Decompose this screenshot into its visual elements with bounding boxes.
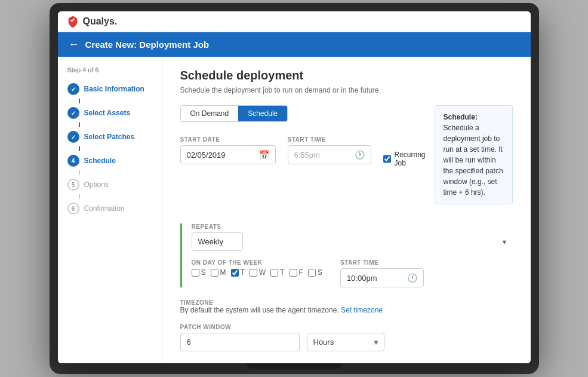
step-circle-5: 5 [67, 179, 79, 191]
day-label-t1: T [241, 268, 245, 277]
start-date-value: 02/05/2019 [187, 151, 255, 160]
start-time2-field[interactable]: 10:00pm 🕐 [340, 268, 424, 287]
start-time-placeholder: 6:55pm [294, 151, 351, 160]
toggle-group: On Demand Schedule [180, 105, 288, 122]
qualys-shield-icon [66, 15, 79, 28]
day-check-m[interactable]: M [211, 268, 226, 277]
day-checkbox-s2[interactable] [308, 269, 316, 277]
start-date-label: START DATE [180, 136, 276, 143]
day-label-f: F [299, 268, 303, 277]
sidebar-item-label-6: Confirmation [84, 204, 125, 213]
patch-window-label: PATCH WINDOW [180, 324, 513, 330]
clock-icon-2: 🕐 [407, 273, 417, 283]
day-checkbox-w[interactable] [250, 269, 257, 277]
day-label-s1: S [201, 268, 206, 277]
timezone-default-text: By default the system will use the agent… [180, 306, 339, 314]
set-timezone-link[interactable]: Set timezone [341, 306, 383, 314]
app-body: Step 4 of 6 ✓ Basic Information ✓ Select… [58, 57, 531, 363]
day-check-t1[interactable]: T [231, 268, 245, 277]
day-of-week-group: ON DAY OF THE WEEK S M [192, 259, 322, 277]
hours-select-wrapper: Hours Days ▼ [307, 333, 384, 351]
recurring-checkbox[interactable] [383, 155, 391, 163]
sidebar-item-label-1: Basic Information [84, 85, 144, 93]
start-date-field[interactable]: 02/05/2019 📅 [180, 145, 276, 164]
patch-window-input[interactable] [180, 333, 300, 351]
day-label-s2: S [318, 268, 322, 277]
start-time-label: START TIME [288, 136, 371, 143]
day-checkbox-f[interactable] [290, 269, 297, 277]
schedule-row: On Demand Schedule START DATE 02/05/2019… [180, 105, 513, 215]
sidebar-item-select-patches[interactable]: ✓ Select Patches [58, 127, 162, 146]
sidebar-item-label-4: Schedule [84, 157, 116, 165]
timezone-text: By default the system will use the agent… [180, 306, 513, 314]
repeats-label: REPEATS [192, 223, 513, 230]
repeats-section: REPEATS Weekly Daily Monthly ▼ [180, 223, 513, 287]
step-label: Step 4 of 6 [58, 66, 162, 79]
start-time2-group: START TIME 10:00pm 🕐 [340, 259, 424, 287]
sidebar-item-basic-information[interactable]: ✓ Basic Information [58, 79, 162, 99]
day-checkbox-s1[interactable] [192, 269, 199, 277]
title-bar: ← Create New: Deployment Job [58, 32, 531, 57]
repeats-select-wrapper: Weekly Daily Monthly ▼ [192, 232, 513, 251]
calendar-icon: 📅 [259, 150, 269, 160]
repeats-select[interactable]: Weekly Daily Monthly [192, 232, 243, 251]
step-circle-1: ✓ [67, 83, 79, 95]
main-content: Schedule deployment Schedule the deploym… [162, 57, 531, 363]
day-check-s1[interactable]: S [192, 268, 206, 277]
content-subtitle: Schedule the deployment job to run on de… [180, 86, 513, 94]
repeats-select-arrow-icon: ▼ [501, 238, 508, 246]
step-circle-3: ✓ [67, 131, 79, 143]
day-label-t2: T [280, 268, 284, 277]
start-date-group: START DATE 02/05/2019 📅 [180, 136, 276, 164]
day-check-w[interactable]: W [250, 268, 266, 277]
date-time-row: START DATE 02/05/2019 📅 START TIME [180, 136, 426, 167]
page-title: Create New: Deployment Job [85, 39, 210, 50]
day-check-s2[interactable]: S [308, 268, 322, 277]
logo-bar: Qualys. [58, 11, 531, 32]
day-check-t2[interactable]: T [270, 268, 284, 277]
recurring-label: Recurring Job [395, 151, 426, 167]
sidebar-item-label-2: Select Assets [84, 109, 131, 117]
content-title: Schedule deployment [180, 69, 513, 82]
back-arrow-icon[interactable]: ← [69, 38, 79, 51]
step-circle-2: ✓ [67, 107, 79, 119]
start-time-group: START TIME 6:55pm 🕐 [288, 136, 371, 164]
schedule-info-text: Schedule a deployment job to run at a se… [444, 124, 503, 197]
timezone-label: TIMEZONE [180, 299, 513, 306]
day-label-w: W [259, 268, 266, 277]
day-time-row: ON DAY OF THE WEEK S M [192, 259, 513, 287]
clock-icon: 🕐 [355, 150, 365, 160]
recurring-check[interactable]: Recurring Job [383, 136, 426, 167]
step-circle-6: 6 [67, 203, 79, 214]
on-demand-button[interactable]: On Demand [181, 106, 239, 121]
day-check-f[interactable]: F [290, 268, 303, 277]
sidebar-item-options[interactable]: 5 Options [58, 175, 162, 194]
sidebar-item-label-5: Options [84, 180, 109, 189]
start-time2-label: START TIME [340, 259, 424, 266]
timezone-section: TIMEZONE By default the system will use … [180, 299, 513, 314]
schedule-button[interactable]: Schedule [238, 106, 287, 121]
day-label-m: M [220, 268, 226, 277]
day-of-week-label: ON DAY OF THE WEEK [192, 259, 322, 266]
start-time-field[interactable]: 6:55pm 🕐 [288, 145, 371, 164]
start-time2-value: 10:00pm [347, 274, 404, 283]
step-circle-4: 4 [67, 155, 79, 167]
patch-window-row: Hours Days ▼ [180, 333, 513, 351]
sidebar-item-confirmation[interactable]: 6 Confirmation [58, 199, 162, 218]
sidebar-item-label-3: Select Patches [84, 133, 135, 141]
repeats-group: REPEATS Weekly Daily Monthly ▼ [192, 223, 513, 251]
schedule-info-box: Schedule: Schedule a deployment job to r… [435, 105, 513, 204]
day-checkboxes: S M T [192, 268, 322, 277]
day-checkbox-t1[interactable] [231, 269, 239, 277]
laptop-base-notch [247, 363, 342, 369]
sidebar-item-select-assets[interactable]: ✓ Select Assets [58, 103, 162, 122]
day-checkbox-t2[interactable] [270, 269, 278, 277]
sidebar: Step 4 of 6 ✓ Basic Information ✓ Select… [58, 57, 162, 363]
hours-select[interactable]: Hours Days [307, 333, 384, 351]
qualys-logo-text: Qualys. [83, 16, 118, 27]
patch-window-group: PATCH WINDOW Hours Days ▼ [180, 324, 513, 351]
sidebar-item-schedule[interactable]: 4 Schedule [58, 151, 162, 170]
day-checkbox-m[interactable] [211, 269, 218, 277]
laptop-base [50, 363, 539, 374]
